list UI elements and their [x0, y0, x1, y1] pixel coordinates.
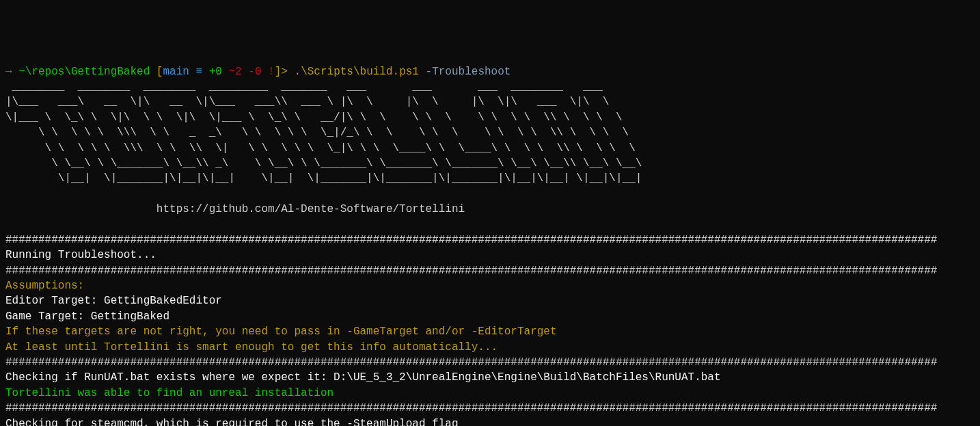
ascii-art-line: \|___ \ \_\ \ \|\ \ \ \|\ \|___ \ \_\ \ … [5, 110, 975, 125]
git-equals: ≡ [195, 66, 208, 78]
git-modified: ~2 [228, 66, 248, 78]
git-branch: main [163, 66, 195, 78]
blank-line [5, 187, 975, 202]
ascii-art-line: \ \__\ \ \_______\ \__\\ _\ \ \__\ \ \__… [5, 156, 975, 171]
checking-runuat: Checking if RunUAT.bat exists where we e… [5, 370, 975, 385]
prompt-path: ~\repos\GettingBaked [18, 66, 156, 78]
command-argument: -Troubleshoot [426, 66, 511, 78]
project-url: https://github.com/Al-Dente-Software/Tor… [5, 202, 975, 217]
warning-auto: At least until Tortellini is smart enoug… [5, 340, 975, 355]
prompt-chevron: > [281, 66, 294, 78]
found-unreal: Tortellini was able to find an unreal in… [5, 386, 975, 401]
ascii-art-line: ________ ________ ________ _________ ___… [5, 79, 975, 94]
ascii-art-line: \|__| \|_______|\|__|\|__| \|__| \|_____… [5, 171, 975, 186]
editor-target: Editor Target: GettingBakedEditor [5, 293, 975, 308]
bracket-close: ] [275, 66, 282, 78]
ascii-art-line: |\___ ___\ __ \|\ __ \|\___ ___\\ ___ \ … [5, 94, 975, 109]
terminal-output: → ~\repos\GettingBaked [main ≡ +0 ~2 -0 … [5, 64, 975, 426]
separator-line: ########################################… [5, 355, 975, 370]
status-running: Running Troubleshoot... [5, 248, 975, 263]
blank-line [5, 217, 975, 232]
git-dirty: ! [268, 66, 275, 78]
separator-line: ########################################… [5, 263, 975, 278]
checking-steamcmd: Checking for steamcmd, which is required… [5, 416, 975, 426]
assumptions-header: Assumptions: [5, 278, 975, 293]
bracket-open: [ [156, 66, 163, 78]
separator-line: ########################################… [5, 232, 975, 248]
prompt-arrow: → [5, 66, 18, 78]
game-target: Game Target: GettingBaked [5, 309, 975, 324]
git-deleted: -0 [248, 66, 268, 78]
separator-line: ########################################… [5, 401, 975, 416]
warning-targets: If these targets are not right, you need… [5, 324, 975, 339]
ascii-art-line: \ \ \ \ \ \\\ \ \ _ _\ \ \ \ \ \ \_|/_\ … [5, 125, 975, 140]
command-text: .\Scripts\build.ps1 [295, 66, 426, 78]
ascii-art-line: \ \ \ \ \ \\\ \ \ \\ \| \ \ \ \ \ \_|\ \… [5, 141, 975, 156]
git-added: +0 [209, 66, 229, 78]
prompt-line[interactable]: → ~\repos\GettingBaked [main ≡ +0 ~2 -0 … [5, 64, 975, 79]
